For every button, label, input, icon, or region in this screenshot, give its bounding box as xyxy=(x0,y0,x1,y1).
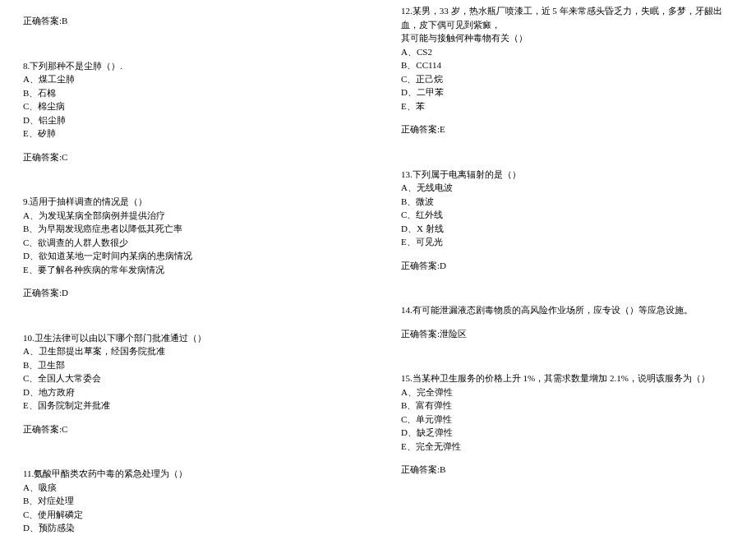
q10-block: 10.卫生法律可以由以下哪个部门批准通过（） A、卫生部提出草案，经国务院批准 … xyxy=(23,331,362,436)
q9-option-a: A、为发现某病全部病例并提供治疗 xyxy=(23,209,362,223)
q10-option-e: E、国务院制定并批准 xyxy=(23,399,362,413)
q8-stem: 8.下列那种不是尘肺（）. xyxy=(23,59,362,73)
q10-option-a: A、卫生部提出草案，经国务院批准 xyxy=(23,344,362,358)
q15-option-e: E、完全无弹性 xyxy=(401,440,740,454)
q10-stem: 10.卫生法律可以由以下哪个部门批准通过（） xyxy=(23,331,362,345)
q12-stem-line1: 12.某男，33 岁，热水瓶厂喷漆工，近 5 年来常感头昏乏力，失眠，多梦，牙龈… xyxy=(401,4,740,31)
q9-option-c: C、欲调查的人群人数很少 xyxy=(23,236,362,250)
q7-answer-block: 正确答案:B xyxy=(23,14,362,28)
q12-option-b: B、CC114 xyxy=(401,58,740,72)
q10-option-d: D、地方政府 xyxy=(23,385,362,399)
q9-option-e: E、要了解各种疾病的常年发病情况 xyxy=(23,263,362,277)
left-column: 正确答案:B 8.下列那种不是尘肺（）. A、煤工尘肺 B、石棉 C、棉尘病 D… xyxy=(0,0,378,535)
q8-option-e: E、矽肺 xyxy=(23,127,362,141)
q15-option-a: A、完全弹性 xyxy=(401,385,740,399)
q13-option-e: E、可见光 xyxy=(401,235,740,249)
q15-option-d: D、缺乏弹性 xyxy=(401,426,740,440)
q15-stem: 15.当某种卫生服务的价格上升 1%，其需求数量增加 2.1%，说明该服务为（） xyxy=(401,371,740,385)
q13-stem: 13.下列属于电离辐射的是（） xyxy=(401,168,740,182)
q9-option-b: B、为早期发现癌症患者以降低其死亡率 xyxy=(23,222,362,236)
q11-option-b: B、对症处理 xyxy=(23,494,362,508)
q10-option-c: C、全国人大常委会 xyxy=(23,371,362,385)
exam-page: 正确答案:B 8.下列那种不是尘肺（）. A、煤工尘肺 B、石棉 C、棉尘病 D… xyxy=(0,0,756,535)
q11-block: 11.氨酸甲酯类农药中毒的紧急处理为（） A、吸痰 B、对症处理 C、使用解磷定… xyxy=(23,467,362,535)
q8-option-a: A、煤工尘肺 xyxy=(23,72,362,86)
q12-option-e: E、苯 xyxy=(401,99,740,113)
q15-block: 15.当某种卫生服务的价格上升 1%，其需求数量增加 2.1%，说明该服务为（）… xyxy=(401,371,740,477)
q10-option-b: B、卫生部 xyxy=(23,358,362,372)
q15-option-c: C、单元弹性 xyxy=(401,413,740,427)
q13-option-b: B、微波 xyxy=(401,195,740,209)
q12-stem-line2: 其可能与接触何种毒物有关（） xyxy=(401,31,740,45)
q11-stem: 11.氨酸甲酯类农药中毒的紧急处理为（） xyxy=(23,467,362,481)
q9-answer: 正确答案:D xyxy=(23,286,362,300)
q13-answer: 正确答案:D xyxy=(401,259,740,273)
q12-option-c: C、正己烷 xyxy=(401,72,740,86)
q13-block: 13.下列属于电离辐射的是（） A、无线电波 B、微波 C、红外线 D、X 射线… xyxy=(401,168,740,273)
q8-option-d: D、铝尘肺 xyxy=(23,113,362,127)
q7-answer: 正确答案:B xyxy=(23,14,362,28)
q14-answer: 正确答案:泄险区 xyxy=(401,327,740,341)
q14-block: 14.有可能泄漏液态剧毒物质的高风险作业场所，应专设（）等应急设施。 正确答案:… xyxy=(401,303,740,340)
q15-answer: 正确答案:B xyxy=(401,463,740,477)
q8-option-b: B、石棉 xyxy=(23,86,362,100)
q11-option-c: C、使用解磷定 xyxy=(23,508,362,522)
q12-option-a: A、CS2 xyxy=(401,45,740,59)
q8-option-c: C、棉尘病 xyxy=(23,99,362,113)
q12-answer: 正确答案:E xyxy=(401,122,740,136)
q12-block: 12.某男，33 岁，热水瓶厂喷漆工，近 5 年来常感头昏乏力，失眠，多梦，牙龈… xyxy=(401,4,740,136)
q15-option-b: B、富有弹性 xyxy=(401,399,740,413)
q14-stem: 14.有可能泄漏液态剧毒物质的高风险作业场所，应专设（）等应急设施。 xyxy=(401,303,740,317)
q11-option-d: D、预防感染 xyxy=(23,521,362,535)
q11-option-a: A、吸痰 xyxy=(23,481,362,495)
q9-stem: 9.适用于抽样调查的情况是（） xyxy=(23,195,362,209)
q9-block: 9.适用于抽样调查的情况是（） A、为发现某病全部病例并提供治疗 B、为早期发现… xyxy=(23,195,362,300)
q8-answer: 正确答案:C xyxy=(23,150,362,164)
q9-option-d: D、欲知道某地一定时间内某病的患病情况 xyxy=(23,249,362,263)
q10-answer: 正确答案:C xyxy=(23,422,362,436)
q13-option-d: D、X 射线 xyxy=(401,222,740,236)
q8-block: 8.下列那种不是尘肺（）. A、煤工尘肺 B、石棉 C、棉尘病 D、铝尘肺 E、… xyxy=(23,59,362,164)
q13-option-c: C、红外线 xyxy=(401,208,740,222)
q13-option-a: A、无线电波 xyxy=(401,181,740,195)
right-column: 12.某男，33 岁，热水瓶厂喷漆工，近 5 年来常感头昏乏力，失眠，多梦，牙龈… xyxy=(378,0,756,535)
q12-option-d: D、二甲苯 xyxy=(401,85,740,99)
